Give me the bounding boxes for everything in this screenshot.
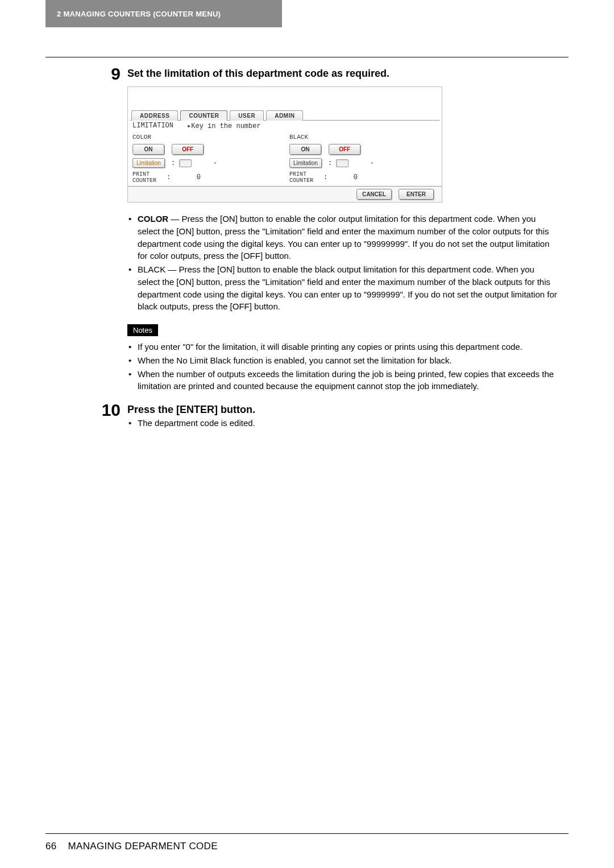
step-10-body: Press the [ENTER] button. The department… — [127, 402, 557, 433]
step-10-title: Press the [ENTER] button. — [127, 404, 557, 416]
tab-counter[interactable]: COUNTER — [180, 110, 227, 121]
enter-button[interactable]: ENTER — [399, 189, 434, 200]
step-9: 9 Set the limitation of this department … — [101, 65, 557, 396]
cancel-button[interactable]: CANCEL — [356, 189, 392, 200]
black-limitation-field[interactable] — [336, 159, 349, 167]
device-columns: COLOR ON OFF Limitation : - PRINT CO — [128, 131, 442, 186]
black-heading: BLACK — [289, 134, 437, 140]
notes-item-3: When the number of outputs exceeds the l… — [127, 368, 557, 393]
chapter-label: 2 MANAGING COUNTERS (COUNTER MENU) — [57, 10, 221, 18]
top-separator — [45, 57, 569, 57]
color-limitation-field[interactable] — [179, 159, 192, 167]
chapter-header: 2 MANAGING COUNTERS (COUNTER MENU) — [45, 0, 282, 27]
device-screen: ADDRESS COUNTER USER ADMIN LIMITATION ▸K… — [127, 86, 442, 202]
footer-title: MANAGING DEPARMENT CODE — [68, 841, 218, 852]
color-off-button[interactable]: OFF — [172, 144, 204, 155]
device-tabs: ADDRESS COUNTER USER ADMIN — [128, 106, 442, 120]
device-footer: CANCEL ENTER — [128, 186, 442, 202]
page-content: 9 Set the limitation of this department … — [101, 65, 557, 439]
bullet-color-label: COLOR — [138, 214, 168, 224]
bullet-color: COLOR — Press the [ON] button to enable … — [127, 213, 557, 262]
bullet-black: BLACK — Press the [ON] button to enable … — [127, 263, 557, 313]
status-label: LIMITATION — [132, 122, 187, 130]
tab-admin[interactable]: ADMIN — [266, 110, 303, 121]
tab-address[interactable]: ADDRESS — [131, 110, 178, 121]
black-on-button[interactable]: ON — [289, 144, 321, 155]
step-9-body: Set the limitation of this department co… — [127, 65, 557, 396]
black-print-counter-label: PRINT COUNTER — [289, 171, 323, 184]
step-10-bullet: The department code is edited. — [127, 417, 557, 429]
page-footer: 66 MANAGING DEPARMENT CODE — [45, 841, 218, 852]
black-limitation-button[interactable]: Limitation — [289, 158, 322, 168]
notes-item-1: If you enter "0" for the limitation, it … — [127, 341, 557, 353]
color-print-counter-label: PRINT COUNTER — [132, 171, 167, 184]
black-limitation-value: - — [370, 159, 374, 167]
color-limitation-button[interactable]: Limitation — [132, 158, 165, 168]
tab-user[interactable]: USER — [230, 110, 264, 121]
black-limitation-sep: : — [328, 159, 332, 167]
color-column: COLOR ON OFF Limitation : - PRINT CO — [128, 131, 285, 186]
page-number: 66 — [45, 841, 57, 852]
bottom-separator — [45, 833, 569, 834]
step-9-bullets: COLOR — Press the [ON] button to enable … — [127, 213, 557, 313]
notes-list: If you enter "0" for the limitation, it … — [127, 341, 557, 392]
color-heading: COLOR — [132, 134, 280, 140]
black-column: BLACK ON OFF Limitation : - PRINT CO — [285, 131, 442, 186]
device-status-row: LIMITATION ▸Key in the number — [128, 121, 442, 131]
step-10-bullets: The department code is edited. — [127, 417, 557, 429]
color-pc-sep: : — [167, 173, 178, 181]
color-limitation-sep: : — [171, 159, 175, 167]
status-hint: ▸Key in the number — [187, 122, 261, 130]
color-on-button[interactable]: ON — [132, 144, 164, 155]
step-10-number: 10 — [101, 402, 121, 433]
step-9-title: Set the limitation of this department co… — [127, 68, 557, 80]
bullet-color-text: — Press the [ON] button to enable the co… — [138, 214, 549, 261]
step-10: 10 Press the [ENTER] button. The departm… — [101, 402, 557, 433]
black-pc-value: 0 — [335, 173, 358, 181]
device-blank-top — [128, 87, 442, 106]
notes-label: Notes — [127, 324, 158, 336]
black-off-button[interactable]: OFF — [329, 144, 360, 155]
black-pc-sep: : — [323, 173, 335, 181]
step-9-number: 9 — [101, 65, 121, 396]
color-limitation-value: - — [213, 159, 217, 167]
notes-item-2: When the No Limit Black function is enab… — [127, 354, 557, 367]
color-pc-value: 0 — [178, 173, 201, 181]
